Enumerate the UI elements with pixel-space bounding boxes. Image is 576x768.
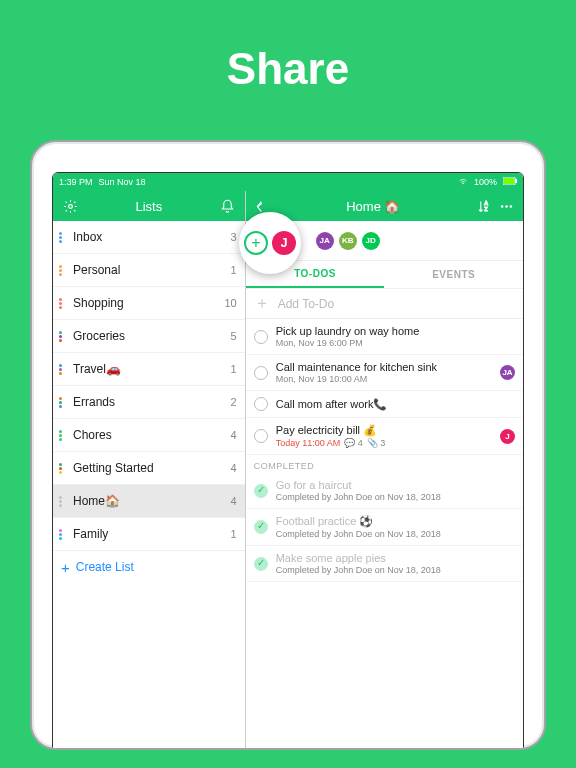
todo-title: Football practice ⚽ xyxy=(276,515,515,528)
sidebar-item-label: Inbox xyxy=(73,230,225,244)
sidebar-item[interactable]: Travel🚗1 xyxy=(53,353,245,386)
todo-row[interactable]: Call maintenance for kitchen sinkMon, No… xyxy=(246,355,523,391)
sidebar-item-label: Getting Started xyxy=(73,461,225,475)
assignee-avatar[interactable]: J xyxy=(500,429,515,444)
left-panel: Lists Inbox3Personal1Shopping10Groceries… xyxy=(53,191,246,749)
create-list-label: Create List xyxy=(76,560,134,574)
battery-percent: 100% xyxy=(474,177,497,187)
todo-body: Pick up laundry on way homeMon, Nov 19 6… xyxy=(276,325,515,348)
todo-subtitle: Completed by John Doe on Nov 18, 2018 xyxy=(276,565,515,575)
todo-body: Call mom after work📞 xyxy=(276,398,515,411)
bell-icon[interactable] xyxy=(219,197,237,215)
sidebar-item-label: Family xyxy=(73,527,225,541)
svg-rect-2 xyxy=(504,178,514,184)
drag-handle-icon[interactable] xyxy=(59,298,67,309)
sidebar-item-label: Errands xyxy=(73,395,225,409)
sidebar-item-label: Travel🚗 xyxy=(73,362,225,376)
sidebar-item[interactable]: Family1 xyxy=(53,518,245,551)
sidebar-item-label: Home🏠 xyxy=(73,494,225,508)
battery-icon xyxy=(503,177,517,187)
todo-row-completed[interactable]: Football practice ⚽Completed by John Doe… xyxy=(246,509,523,546)
todo-checkbox-checked[interactable] xyxy=(254,484,268,498)
sidebar-item-label: Chores xyxy=(73,428,225,442)
hero-title: Share xyxy=(0,0,576,94)
sidebar-item-count: 4 xyxy=(231,429,237,441)
todo-title: Pay electricity bill 💰 xyxy=(276,424,492,437)
sidebar-item-count: 5 xyxy=(231,330,237,342)
add-member-button[interactable]: + xyxy=(244,231,268,255)
svg-point-4 xyxy=(68,204,72,208)
current-user-avatar[interactable]: J xyxy=(272,231,296,255)
svg-point-0 xyxy=(463,183,464,184)
todo-title: Pick up laundry on way home xyxy=(276,325,515,337)
svg-point-8 xyxy=(505,205,508,208)
sort-az-icon[interactable]: AZ xyxy=(475,197,493,215)
todo-subtitle: Mon, Nov 19 10:00 AM xyxy=(276,374,492,384)
drag-handle-icon[interactable] xyxy=(59,529,67,540)
todo-row-completed[interactable]: Go for a haircutCompleted by John Doe on… xyxy=(246,473,523,509)
plus-icon: ＋ xyxy=(254,293,270,314)
sidebar-item[interactable]: Personal1 xyxy=(53,254,245,287)
status-date: Sun Nov 18 xyxy=(99,177,146,187)
sidebar-item[interactable]: Getting Started4 xyxy=(53,452,245,485)
todos-container: Pick up laundry on way homeMon, Nov 19 6… xyxy=(246,319,523,455)
add-todo-placeholder: Add To-Do xyxy=(278,297,334,311)
create-list-button[interactable]: +Create List xyxy=(53,551,245,583)
member-avatar[interactable]: KB xyxy=(339,232,357,250)
todo-title: Make some apple pies xyxy=(276,552,515,564)
tab-events[interactable]: EVENTS xyxy=(384,261,523,288)
todo-title: Call mom after work📞 xyxy=(276,398,515,411)
drag-handle-icon[interactable] xyxy=(59,331,67,342)
sidebar-item[interactable]: Groceries5 xyxy=(53,320,245,353)
sidebar-item-count: 1 xyxy=(231,363,237,375)
sidebar-item-label: Shopping xyxy=(73,296,218,310)
drag-handle-icon[interactable] xyxy=(59,265,67,276)
todo-checkbox[interactable] xyxy=(254,330,268,344)
todo-row-completed[interactable]: Make some apple piesCompleted by John Do… xyxy=(246,546,523,582)
completed-container: Go for a haircutCompleted by John Doe on… xyxy=(246,473,523,582)
todo-checkbox-checked[interactable] xyxy=(254,520,268,534)
todo-checkbox[interactable] xyxy=(254,429,268,443)
sidebar-item-count: 10 xyxy=(224,297,236,309)
todo-checkbox[interactable] xyxy=(254,397,268,411)
gear-icon[interactable] xyxy=(61,197,79,215)
todo-body: Football practice ⚽Completed by John Doe… xyxy=(276,515,515,539)
left-header: Lists xyxy=(53,191,245,221)
drag-handle-icon[interactable] xyxy=(59,496,67,507)
tablet-frame: 1:39 PM Sun Nov 18 100% L xyxy=(30,140,546,750)
right-title: Home 🏠 xyxy=(272,199,475,214)
todo-row[interactable]: Pay electricity bill 💰Today 11:00 AM💬 4📎… xyxy=(246,418,523,455)
sidebar-item[interactable]: Errands2 xyxy=(53,386,245,419)
sidebar-item[interactable]: Shopping10 xyxy=(53,287,245,320)
member-avatar[interactable]: JA xyxy=(316,232,334,250)
member-avatar[interactable]: JD xyxy=(362,232,380,250)
sidebar-item-label: Groceries xyxy=(73,329,225,343)
sidebar-item[interactable]: Chores4 xyxy=(53,419,245,452)
todo-body: Call maintenance for kitchen sinkMon, No… xyxy=(276,361,492,384)
drag-handle-icon[interactable] xyxy=(59,397,67,408)
drag-handle-icon[interactable] xyxy=(59,463,67,474)
right-panel: Home 🏠 AZ JAKBJD TO-DOS EVENTS ＋ Add To-… xyxy=(246,191,523,749)
todo-body: Go for a haircutCompleted by John Doe on… xyxy=(276,479,515,502)
sidebar-item[interactable]: Home🏠4 xyxy=(53,485,245,518)
sidebar-item-count: 1 xyxy=(231,264,237,276)
sidebar-item[interactable]: Inbox3 xyxy=(53,221,245,254)
wifi-icon xyxy=(458,176,468,188)
todo-row[interactable]: Pick up laundry on way homeMon, Nov 19 6… xyxy=(246,319,523,355)
todo-subtitle: Completed by John Doe on Nov 18, 2018 xyxy=(276,529,515,539)
more-icon[interactable] xyxy=(497,197,515,215)
todo-subtitle: Completed by John Doe on Nov 18, 2018 xyxy=(276,492,515,502)
add-todo-row[interactable]: ＋ Add To-Do xyxy=(246,289,523,319)
todo-checkbox[interactable] xyxy=(254,366,268,380)
todo-subtitle: Mon, Nov 19 6:00 PM xyxy=(276,338,515,348)
status-bar: 1:39 PM Sun Nov 18 100% xyxy=(53,173,523,191)
drag-handle-icon[interactable] xyxy=(59,430,67,441)
assignee-avatar[interactable]: JA xyxy=(500,365,515,380)
sidebar-item-count: 4 xyxy=(231,495,237,507)
drag-handle-icon[interactable] xyxy=(59,364,67,375)
drag-handle-icon[interactable] xyxy=(59,232,67,243)
todo-body: Pay electricity bill 💰Today 11:00 AM💬 4📎… xyxy=(276,424,492,448)
sidebar-item-label: Personal xyxy=(73,263,225,277)
todo-checkbox-checked[interactable] xyxy=(254,557,268,571)
todo-row[interactable]: Call mom after work📞 xyxy=(246,391,523,418)
